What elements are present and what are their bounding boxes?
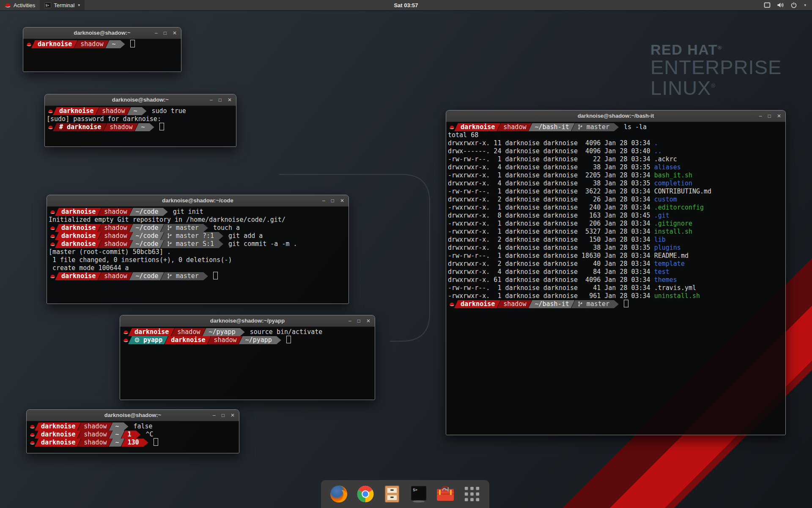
- minimize-button[interactable]: –: [759, 113, 762, 119]
- clock[interactable]: Sat 03:57: [0, 2, 812, 8]
- terminal-content[interactable]: darknoiseshadow~sudo true[sudo] password…: [45, 106, 236, 146]
- ls-row-name: lib: [654, 236, 666, 243]
- prompt-segment-path: ~/pyapp: [239, 336, 281, 344]
- window-titlebar[interactable]: darknoise@shadow:~/code–□✕: [47, 195, 348, 207]
- maximize-button[interactable]: □: [222, 413, 225, 418]
- ls-row-name: aliases: [654, 163, 681, 171]
- close-button[interactable]: ✕: [228, 97, 232, 102]
- terminal-line: drwxrwxr-x. 4 darknoise darknoise 38 Jan…: [448, 244, 784, 252]
- ls-row-name: bash_it.sh: [654, 171, 692, 179]
- dock: $>: [321, 480, 489, 508]
- window-controls: –□✕: [322, 195, 344, 206]
- terminal-window-t5[interactable]: darknoise@shadow:~–□✕darknoiseshadow~fal…: [26, 409, 239, 453]
- maximize-button[interactable]: □: [357, 318, 360, 323]
- maximize-button[interactable]: □: [219, 97, 222, 102]
- window-titlebar[interactable]: darknoise@shadow:~–□✕: [27, 410, 239, 421]
- terminal-line: darknoiseshadow~/bash-it masterls -la: [448, 123, 784, 131]
- prompt-segment-path: ~/code: [129, 240, 164, 248]
- maximize-button[interactable]: □: [164, 30, 167, 36]
- minimize-button[interactable]: –: [155, 30, 158, 36]
- prompt-segment-user: darknoise: [35, 439, 81, 447]
- activities-button[interactable]: Activities: [0, 0, 40, 10]
- maximize-button[interactable]: □: [768, 113, 771, 119]
- prompt-segment-host: shadow: [77, 431, 112, 439]
- terminal-line: drwxrwxr-x. 4 darknoise darknoise 38 Jan…: [448, 179, 784, 188]
- window-title: darknoise@shadow:~: [45, 94, 236, 105]
- close-button[interactable]: ✕: [173, 30, 177, 36]
- prompt-segment-venv: pyapp: [128, 336, 168, 344]
- redhat-icon: [48, 109, 53, 113]
- prompt-segment-host: shadow: [171, 328, 206, 336]
- command-text: git init: [173, 208, 203, 215]
- prompt-segment-path: ~/pyapp: [202, 328, 244, 336]
- dock-item-terminal[interactable]: $>: [409, 484, 428, 504]
- focused-app-menu[interactable]: $> Terminal ▾: [40, 0, 85, 10]
- prompt-segment-user: darknoise: [31, 40, 77, 48]
- ls-row-meta: drwxrwxr-x. 61 darknoise darknoise 4096 …: [448, 276, 654, 284]
- dock-item-toolbox[interactable]: [436, 484, 455, 504]
- ls-row-name: ..: [654, 147, 662, 155]
- terminal-content[interactable]: darknoiseshadow~/bash-it masterls -latot…: [446, 122, 785, 435]
- redhat-icon: [50, 274, 55, 279]
- terminal-content[interactable]: darknoiseshadow~falsedarknoiseshadow~1^C…: [27, 421, 239, 453]
- window-titlebar[interactable]: darknoise@shadow:~/pyapp–□✕: [120, 315, 375, 327]
- command-text: source bin/activate: [250, 328, 323, 336]
- redhat-prompt-icon: [49, 240, 56, 248]
- close-button[interactable]: ✕: [230, 413, 235, 418]
- command-text: touch a: [213, 224, 240, 232]
- close-button[interactable]: ✕: [366, 318, 370, 323]
- terminal-window-t6[interactable]: darknoise@shadow:~/bash-it–□✕darknoisesh…: [446, 110, 786, 435]
- ls-row-meta: -rw-rw-r--. 1 darknoise darknoise 41 Jan…: [448, 284, 654, 292]
- minimize-button[interactable]: –: [322, 198, 325, 203]
- ls-row-name: .gitignore: [654, 220, 692, 227]
- window-titlebar[interactable]: darknoise@shadow:~–□✕: [45, 94, 236, 106]
- terminal-window-t1[interactable]: darknoise@shadow:~–□✕darknoiseshadow~: [23, 27, 181, 72]
- close-button[interactable]: ✕: [777, 113, 781, 119]
- system-status-area[interactable]: ▾: [764, 2, 812, 8]
- files-icon: [384, 485, 401, 503]
- terminal-content[interactable]: darknoiseshadow~/pyappsource bin/activat…: [120, 327, 375, 400]
- prompt-segment-user: darknoise: [55, 224, 101, 232]
- window-titlebar[interactable]: darknoise@shadow:~/bash-it–□✕: [446, 110, 785, 122]
- terminal-window-t2[interactable]: darknoise@shadow:~–□✕darknoiseshadow~sud…: [44, 94, 236, 147]
- ls-row-name: themes: [654, 276, 677, 284]
- redhat-icon: [449, 125, 455, 130]
- terminal-line: total 68: [448, 131, 784, 139]
- ls-row-name: .git: [654, 212, 669, 219]
- terminal-line: drwxrwxr-x. 61 darknoise darknoise 4096 …: [448, 276, 784, 284]
- window-title: darknoise@shadow:~/pyapp: [120, 315, 375, 326]
- terminal-window-t3[interactable]: darknoise@shadow:~/code–□✕darknoiseshado…: [47, 195, 349, 304]
- terminal-line: darknoiseshadow~false: [28, 422, 237, 431]
- terminal-line: [sudo] password for darknoise:: [47, 115, 234, 123]
- terminal-line: darknoiseshadow~: [25, 40, 179, 48]
- terminal-content[interactable]: darknoiseshadow~: [23, 39, 181, 72]
- terminal-line: drwxrwxr-x. 4 darknoise darknoise 38 Jan…: [448, 163, 784, 171]
- minimize-button[interactable]: –: [210, 97, 213, 102]
- ls-row-name: install.sh: [654, 228, 692, 235]
- dock-item-chrome[interactable]: [356, 484, 375, 504]
- terminal-app-icon: $>: [44, 3, 51, 8]
- terminal-line: drwxrwxr-x. 11 darknoise darknoise 4096 …: [448, 139, 784, 147]
- window-titlebar[interactable]: darknoise@shadow:~–□✕: [23, 28, 181, 39]
- git-branch-icon: [167, 225, 172, 231]
- terminal-line: -rw-rw-r--. 1 darknoise darknoise 41 Jan…: [448, 284, 784, 292]
- prompt-segment-path: ~: [127, 107, 146, 115]
- prompt-segment-root: # darknoise: [53, 123, 107, 131]
- ls-row-name: uninstall.sh: [654, 292, 700, 300]
- python-venv-icon: [134, 337, 140, 342]
- dock-item-app-grid[interactable]: [462, 484, 482, 504]
- terminal-line: 1 file changed, 0 insertions(+), 0 delet…: [49, 256, 347, 264]
- redhat-prompt-icon: [49, 272, 56, 281]
- minimize-button[interactable]: –: [348, 318, 351, 323]
- maximize-button[interactable]: □: [331, 198, 334, 203]
- close-button[interactable]: ✕: [340, 198, 344, 203]
- ls-row-meta: drwxrwxr-x. 2 darknoise darknoise 26 Jan…: [448, 196, 654, 203]
- terminal-content[interactable]: darknoiseshadow~/codegit initInitialized…: [47, 207, 348, 304]
- dock-item-files[interactable]: [382, 484, 402, 504]
- dock-item-firefox[interactable]: [329, 484, 348, 504]
- command-text: sudo true: [152, 107, 186, 115]
- volume-icon: [777, 2, 785, 8]
- terminal-window-t4[interactable]: darknoise@shadow:~/pyapp–□✕darknoiseshad…: [120, 315, 375, 400]
- minimize-button[interactable]: –: [213, 413, 216, 418]
- ls-row-meta: -rwxrwxr-x. 1 darknoise darknoise 206 Ja…: [448, 220, 654, 227]
